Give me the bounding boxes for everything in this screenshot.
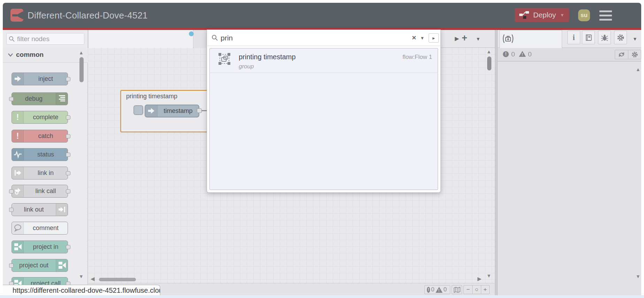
palette-node-label: status xyxy=(24,148,68,161)
menu-bar xyxy=(599,10,612,12)
sidebar-menu-caret-icon[interactable]: ▾ xyxy=(634,36,636,42)
canvas-warning-count: 0 xyxy=(444,286,447,293)
sidebar-resize-handle[interactable] xyxy=(495,30,498,296)
node-output-port[interactable] xyxy=(197,108,202,113)
palette-node-catch[interactable]: ! catch xyxy=(12,130,68,143)
canvas-issues-button[interactable]: ! 0 ! 0 xyxy=(424,285,450,294)
sidebar-info-button[interactable]: i xyxy=(567,31,580,44)
sidebar-help-button[interactable] xyxy=(582,31,595,44)
palette-node-debug[interactable]: debug xyxy=(12,92,68,105)
error-badge-icon: ! xyxy=(427,287,430,293)
bug-icon xyxy=(601,34,608,41)
link-call-icon xyxy=(12,185,24,197)
palette-node-label: inject xyxy=(24,73,68,85)
lint-refresh-button[interactable] xyxy=(615,50,628,59)
catch-icon: ! xyxy=(12,130,24,142)
deploy-options-caret-icon[interactable]: ▾ xyxy=(561,12,564,18)
canvas-hscrollbar-thumb[interactable] xyxy=(99,278,136,281)
sidebar-debug-button[interactable] xyxy=(598,31,611,44)
gear-icon xyxy=(631,51,638,58)
canvas-scroll-right-icon[interactable]: ▶ xyxy=(477,276,482,281)
group-icon xyxy=(218,52,231,66)
input-port xyxy=(9,189,14,193)
palette-node-comment[interactable]: comment xyxy=(12,222,68,235)
user-avatar[interactable]: su xyxy=(578,9,590,21)
add-flow-button[interactable]: + xyxy=(462,33,467,44)
deploy-icon xyxy=(519,10,530,20)
group-label: printing timestamp xyxy=(126,93,177,100)
deploy-button-label: Deploy xyxy=(533,11,556,19)
output-port xyxy=(66,153,70,157)
palette-node-label: link out xyxy=(12,204,56,216)
refresh-icon xyxy=(618,52,625,58)
search-history-caret-icon[interactable]: ▾ xyxy=(421,35,424,41)
palette-node-label: debug xyxy=(12,93,56,105)
info-icon: i xyxy=(573,33,575,42)
link-in-icon xyxy=(12,167,24,179)
canvas-vscrollbar-thumb[interactable] xyxy=(487,56,491,70)
palette-node-complete[interactable]: ! complete xyxy=(12,111,68,124)
output-port xyxy=(66,189,70,193)
palette-node-link-in[interactable]: link in xyxy=(12,167,68,179)
lint-results-panel xyxy=(498,61,641,296)
palette-node-label: comment xyxy=(24,222,68,234)
canvas-scroll-left-icon[interactable]: ◀ xyxy=(91,276,95,281)
palette-node-project-in[interactable]: project in xyxy=(12,240,68,253)
lint-warning-count: 0 xyxy=(528,51,532,58)
palette-scroll-up-icon[interactable]: ▲ xyxy=(79,50,84,55)
main-menu-button[interactable] xyxy=(599,10,612,21)
palette-scroll-down-icon[interactable]: ▼ xyxy=(79,274,84,279)
zoom-reset-button[interactable]: ○ xyxy=(472,285,481,294)
window-bottom-edge xyxy=(0,295,644,298)
canvas-scroll-up-icon[interactable]: ▲ xyxy=(486,49,491,54)
palette-category-common[interactable] xyxy=(3,48,88,63)
lint-settings-button[interactable] xyxy=(628,50,641,59)
warning-badge-icon: ! xyxy=(436,287,443,293)
inject-node-timestamp[interactable]: timestamp xyxy=(145,105,199,117)
inject-icon xyxy=(145,105,158,117)
zoom-out-button[interactable]: − xyxy=(464,285,472,294)
palette-node-link-call[interactable]: link call xyxy=(12,185,68,198)
palette-node-inject[interactable]: inject xyxy=(12,72,68,85)
palette-filter-input[interactable] xyxy=(6,33,84,45)
node-label: timestamp xyxy=(158,105,199,117)
sidebar-config-button[interactable] xyxy=(614,31,627,44)
tab-flow1[interactable] xyxy=(88,30,193,48)
flowfuse-logo-icon xyxy=(10,9,23,22)
output-port xyxy=(66,115,70,120)
debug-icon xyxy=(56,93,68,105)
status-icon xyxy=(12,148,24,161)
canvas-scroll-down-icon[interactable]: ▼ xyxy=(486,273,491,278)
palette-node-label: link in xyxy=(24,167,68,179)
search-input[interactable] xyxy=(221,32,409,44)
flow-list-caret-icon[interactable]: ▾ xyxy=(477,36,480,42)
input-port xyxy=(9,263,14,268)
palette-scrollbar-thumb[interactable] xyxy=(79,57,84,82)
project-in-icon xyxy=(12,241,24,253)
gear-icon xyxy=(616,33,625,42)
comment-icon xyxy=(12,222,24,234)
palette-node-project-out[interactable]: project out xyxy=(12,259,68,272)
palette-node-link-out[interactable]: link out xyxy=(12,203,68,216)
deploy-button[interactable]: Deploy ▾ xyxy=(515,8,569,22)
link-out-icon xyxy=(56,204,68,216)
canvas-error-count: 0 xyxy=(431,286,434,293)
chevron-down-icon xyxy=(8,53,13,57)
zoom-in-button[interactable]: + xyxy=(481,285,489,294)
map-icon xyxy=(454,287,460,293)
search-options-button[interactable]: ▸ xyxy=(429,33,439,43)
palette-category-label: common xyxy=(16,51,44,59)
zoom-controls: − ○ + xyxy=(463,285,490,294)
output-port xyxy=(66,171,70,175)
palette-node-status[interactable]: status xyxy=(12,148,68,161)
palette-node-label: link call xyxy=(24,185,68,197)
search-clear-icon[interactable]: × xyxy=(412,33,416,42)
tab-scroll-right-icon[interactable]: ▶ xyxy=(455,35,459,42)
sidebar-scroll-down-icon[interactable]: ▼ xyxy=(636,274,641,279)
node-red-editor: Different-Collared-Dove-4521 Deploy ▾ su… xyxy=(0,0,644,298)
inject-node-button[interactable] xyxy=(133,105,143,115)
palette-node-label: catch xyxy=(24,130,68,142)
sidebar-scroll-up-icon[interactable]: ▲ xyxy=(636,67,641,72)
inject-icon xyxy=(12,73,24,85)
navigator-button[interactable] xyxy=(452,285,462,294)
